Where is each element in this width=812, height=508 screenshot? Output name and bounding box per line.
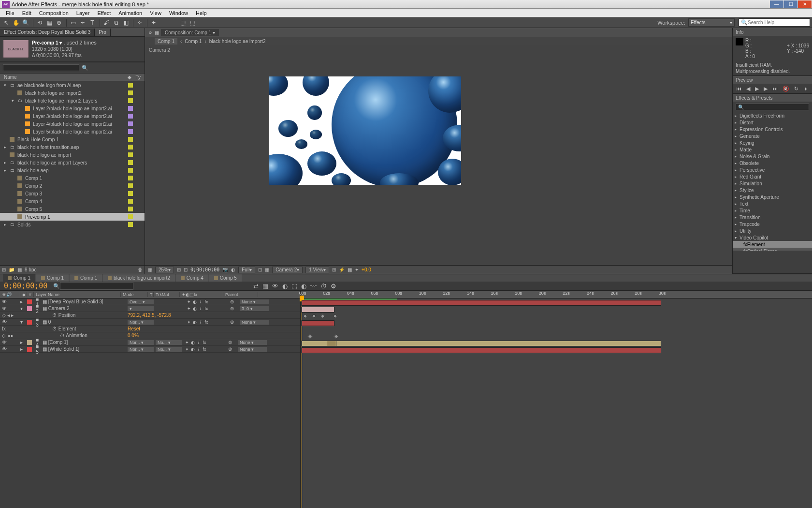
viewer-tab[interactable]: Composition: Comp 1 ▾ bbox=[161, 29, 219, 36]
blend-mode-select[interactable]: Ove... ▾ bbox=[128, 299, 154, 304]
viewer-timecode[interactable]: 0;00;00;00 bbox=[190, 267, 219, 272]
flowchart-icon[interactable]: ✦ bbox=[355, 267, 359, 272]
trkmat-select[interactable]: No... ▾ bbox=[156, 340, 182, 345]
parent-select[interactable]: None ▾ bbox=[238, 340, 267, 345]
label-swatch[interactable] bbox=[128, 129, 133, 134]
effect-category[interactable]: ▸Time bbox=[733, 207, 812, 214]
effect-category[interactable]: ▸Matte bbox=[733, 146, 812, 153]
new-comp-icon[interactable]: ▦ bbox=[17, 267, 22, 272]
alpha-icon[interactable]: ▦ bbox=[148, 267, 152, 272]
label-swatch[interactable] bbox=[27, 299, 32, 304]
project-item[interactable]: ▸🗀Solids bbox=[0, 221, 145, 228]
effect-category[interactable]: ▾Video Copilot bbox=[733, 234, 812, 241]
effect-category[interactable]: ▸Perspective bbox=[733, 166, 812, 173]
label-swatch[interactable] bbox=[128, 98, 133, 103]
column-type[interactable]: Ty bbox=[135, 75, 141, 80]
label-swatch[interactable] bbox=[128, 137, 133, 142]
layer-name[interactable]: ▦ [Deep Royal Blue Solid 3] bbox=[41, 299, 128, 304]
label-swatch[interactable] bbox=[128, 83, 133, 88]
next-frame-icon[interactable]: ▶ bbox=[764, 86, 768, 92]
tl-comp-icon[interactable]: ▦ bbox=[262, 283, 268, 290]
effect-category[interactable]: ▸Generate bbox=[733, 133, 812, 139]
channel-icon[interactable]: ◐ bbox=[231, 267, 235, 272]
snapshot-icon[interactable]: 📷 bbox=[222, 267, 228, 272]
breadcrumb-item[interactable]: Comp 1 bbox=[185, 39, 202, 44]
text-tool-icon[interactable]: T bbox=[88, 19, 97, 27]
brush-tool-icon[interactable]: 🖌 bbox=[102, 19, 111, 27]
col-layername[interactable]: Layer Name bbox=[34, 292, 121, 297]
effect-preset-item[interactable]: fx Element bbox=[733, 241, 812, 248]
label-swatch[interactable] bbox=[128, 114, 133, 119]
breadcrumb-item[interactable]: black hole logo ae import2 bbox=[209, 39, 266, 44]
effect-category[interactable]: ▸Digieffects FreeForm bbox=[733, 112, 812, 119]
project-item[interactable]: ▸🗀black hole.aep bbox=[0, 166, 145, 174]
label-swatch[interactable] bbox=[128, 207, 133, 211]
label-swatch[interactable] bbox=[27, 306, 32, 311]
tl-3d-icon[interactable]: ⬚ bbox=[291, 283, 297, 290]
column-name[interactable]: Name bbox=[4, 75, 128, 80]
tab-effect-controls[interactable]: Effect Controls: Deep Royal Blue Solid 3 bbox=[0, 29, 95, 36]
guides-icon[interactable]: ⊡ bbox=[184, 267, 188, 272]
tl-auto-icon[interactable]: ⚙ bbox=[331, 283, 336, 290]
effect-category[interactable]: ▸Red Giant bbox=[733, 173, 812, 180]
effects-presets-header[interactable]: Effects & Presets bbox=[733, 94, 812, 102]
label-swatch[interactable] bbox=[128, 121, 133, 126]
timeline-layer-row[interactable]: ◇ ◂ ▸⏱ Animation0.0% bbox=[0, 332, 300, 339]
layer-name[interactable]: ▦ [Comp 1] bbox=[41, 340, 128, 345]
timeline-tab[interactable]: Comp 4 bbox=[176, 274, 208, 282]
label-swatch[interactable] bbox=[27, 340, 32, 345]
layer-name[interactable]: ▦ Camera 2 bbox=[41, 306, 128, 311]
bpc-label[interactable]: 8 bpc bbox=[25, 267, 36, 272]
pan-behind-tool-icon[interactable]: ⊕ bbox=[55, 19, 63, 27]
label-swatch[interactable] bbox=[128, 160, 133, 165]
tl-graph-icon[interactable]: 〰 bbox=[310, 283, 317, 290]
timeline-layer-row[interactable]: ◇ ◂ ▸⏱ Position792.2, 412.5, -572.8 bbox=[0, 312, 300, 319]
prev-frame-icon[interactable]: ◀ bbox=[746, 86, 750, 92]
parent-select[interactable]: 3. 0 ▾ bbox=[240, 306, 269, 311]
label-swatch[interactable] bbox=[27, 347, 32, 352]
menu-help[interactable]: Help bbox=[192, 10, 211, 16]
timeline-layer-row[interactable]: fx⏱ ElementReset bbox=[0, 326, 300, 332]
menu-edit[interactable]: Edit bbox=[18, 10, 35, 16]
project-item[interactable]: black hole logo ae import2 bbox=[0, 89, 145, 97]
project-item[interactable]: ▾🗀ae blackhole logo from Ai.aep bbox=[0, 81, 145, 89]
project-item[interactable]: Comp 3 bbox=[0, 190, 145, 197]
camera-tool-icon[interactable]: ▦ bbox=[45, 19, 54, 27]
parent-select[interactable]: None ▾ bbox=[240, 320, 269, 325]
label-swatch[interactable] bbox=[27, 320, 32, 325]
roi-icon[interactable]: ⊡ bbox=[258, 267, 262, 272]
effect-category[interactable]: ▸Utility bbox=[733, 227, 812, 234]
menu-composition[interactable]: Composition bbox=[35, 10, 72, 16]
selection-tool-icon[interactable]: ↖ bbox=[2, 19, 11, 27]
blend-mode-select[interactable]: Nor... ▾ bbox=[128, 340, 154, 345]
property-name[interactable]: ⏱ Animation bbox=[41, 333, 128, 338]
clone-tool-icon[interactable]: ⧉ bbox=[112, 19, 120, 27]
label-swatch[interactable] bbox=[128, 168, 133, 173]
new-folder-icon[interactable]: 📁 bbox=[9, 267, 14, 272]
parent-select[interactable]: None ▾ bbox=[240, 299, 269, 304]
timeline-tab[interactable]: Comp 1 bbox=[3, 274, 35, 282]
search-help-input[interactable] bbox=[748, 20, 808, 25]
fast-preview-icon[interactable]: ⚡ bbox=[339, 267, 345, 272]
first-frame-icon[interactable]: ⏮ bbox=[736, 86, 741, 91]
effects-search-input[interactable] bbox=[736, 104, 809, 110]
project-item[interactable]: Black Hole Comp 1 bbox=[0, 135, 145, 143]
zoom-select[interactable]: 25% ▾ bbox=[155, 267, 174, 273]
property-value[interactable]: 0.0% bbox=[128, 333, 139, 338]
timeline-search-input[interactable] bbox=[60, 282, 133, 290]
effect-category[interactable]: ▸Distort bbox=[733, 119, 812, 126]
minimize-button[interactable]: — bbox=[770, 0, 783, 8]
loop-icon[interactable]: ↻ bbox=[794, 86, 798, 92]
col-parent[interactable]: Parent bbox=[223, 292, 258, 297]
project-item[interactable]: Pre-comp 1 bbox=[0, 213, 145, 221]
blend-mode-select[interactable]: Nor... ▾ bbox=[128, 320, 154, 325]
project-item[interactable]: Comp 4 bbox=[0, 197, 145, 205]
search-help-box[interactable]: 🔍 bbox=[739, 18, 810, 27]
project-item[interactable]: Layer 5/black hole logo ae import2.ai bbox=[0, 128, 145, 135]
pen-tool-icon[interactable]: ✒ bbox=[78, 19, 87, 27]
exposure-value[interactable]: +0.0 bbox=[362, 267, 371, 272]
project-item[interactable]: ▸🗀black hole font transition.aep bbox=[0, 143, 145, 151]
resolution-select[interactable]: Full ▾ bbox=[238, 267, 255, 273]
tl-blur-icon[interactable]: ◐ bbox=[282, 283, 288, 290]
grid-icon[interactable]: ⊞ bbox=[177, 267, 181, 272]
